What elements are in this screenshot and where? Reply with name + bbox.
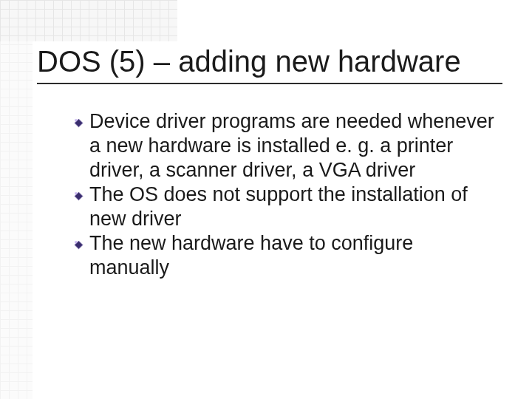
decorative-grid-top xyxy=(0,0,177,41)
diamond-bullet-icon xyxy=(74,240,83,250)
slide-title: DOS (5) – adding new hardware xyxy=(37,44,502,78)
svg-rect-3 xyxy=(75,192,77,194)
list-item: The OS does not support the installation… xyxy=(74,183,495,231)
list-item-text: Device driver programs are needed whenev… xyxy=(89,109,495,183)
diamond-bullet-icon xyxy=(74,118,83,128)
list-item: Device driver programs are needed whenev… xyxy=(74,109,495,183)
list-item-text: The OS does not support the installation… xyxy=(89,183,495,231)
title-underline xyxy=(37,83,502,84)
list-item-text: The new hardware have to configure manua… xyxy=(89,231,495,280)
decorative-grid-left xyxy=(0,0,33,399)
slide-body: Device driver programs are needed whenev… xyxy=(37,109,502,280)
svg-rect-5 xyxy=(75,241,77,243)
list-item: The new hardware have to configure manua… xyxy=(74,231,495,280)
slide-content: DOS (5) – adding new hardware Device dri… xyxy=(37,44,502,280)
svg-rect-1 xyxy=(75,119,77,121)
diamond-bullet-icon xyxy=(74,191,83,201)
